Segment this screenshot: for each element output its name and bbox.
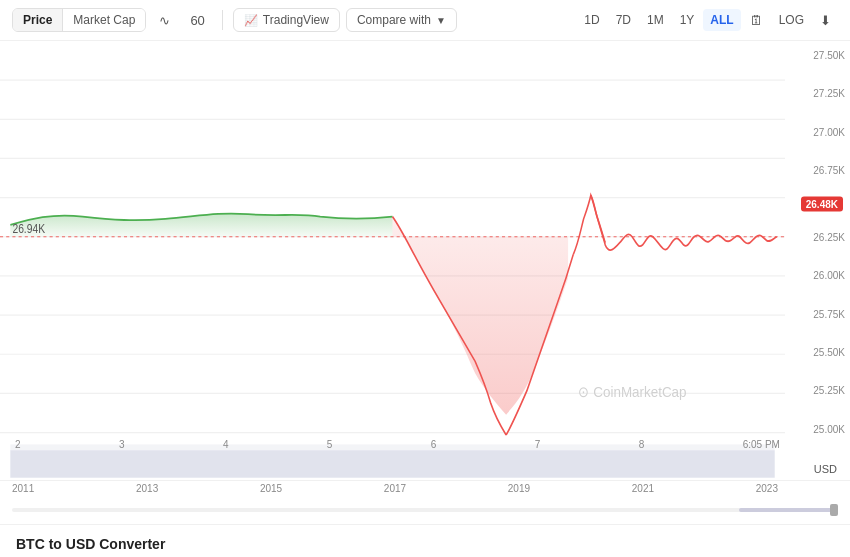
y-axis: 27.50K 27.25K 27.00K 26.75K 26.48K 26.25…: [785, 41, 850, 480]
download-icon[interactable]: ⬇: [813, 9, 838, 32]
y-label-2700: 27.00K: [785, 128, 845, 138]
tradingview-label: TradingView: [263, 13, 329, 27]
year-2015: 2015: [260, 483, 282, 494]
tradingview-button[interactable]: 📈 TradingView: [233, 8, 340, 32]
red-line-right: [591, 195, 777, 250]
x-label-4: 4: [223, 439, 229, 450]
chart-area: 26.94K ⊙ CoinMarketCap 2 3 4 5 6 7 8 6:0…: [0, 41, 785, 480]
line-chart-icon[interactable]: ∿: [152, 9, 177, 32]
compare-label: Compare with: [357, 13, 431, 27]
year-2011: 2011: [12, 483, 34, 494]
y-label-2500: 25.00K: [785, 425, 845, 435]
year-2023: 2023: [756, 483, 778, 494]
price-button[interactable]: Price: [13, 9, 63, 31]
chevron-down-icon: ▼: [436, 15, 446, 26]
usd-label: USD: [785, 463, 845, 475]
x-label-6: 6: [431, 439, 437, 450]
compare-button[interactable]: Compare with ▼: [346, 8, 457, 32]
market-cap-button[interactable]: Market Cap: [63, 9, 145, 31]
y-label-2600: 26.00K: [785, 271, 845, 281]
price-marketcap-group: Price Market Cap: [12, 8, 146, 32]
year-2021: 2021: [632, 483, 654, 494]
x-label-5: 5: [327, 439, 333, 450]
mini-nav-handle[interactable]: [830, 504, 838, 516]
converter-title: BTC to USD Converter: [16, 536, 165, 552]
time-1m[interactable]: 1M: [640, 9, 671, 31]
converter-section: BTC to USD Converter: [0, 524, 850, 557]
year-2019: 2019: [508, 483, 530, 494]
candle-count-btn[interactable]: 60: [183, 9, 211, 32]
chart-wrapper: 26.94K ⊙ CoinMarketCap 2 3 4 5 6 7 8 6:0…: [0, 41, 850, 480]
y-label-2575: 25.75K: [785, 310, 845, 320]
x-label-time: 6:05 PM: [743, 439, 780, 450]
x-axis-short: 2 3 4 5 6 7 8 6:05 PM: [10, 439, 785, 450]
x-axis-long: 2011 2013 2015 2017 2019 2021 2023: [0, 480, 850, 496]
time-1y[interactable]: 1Y: [673, 9, 702, 31]
mini-nav-bar: [12, 508, 838, 512]
volume-fill: [10, 450, 774, 477]
x-label-7: 7: [535, 439, 541, 450]
y-label-2675: 26.75K: [785, 166, 845, 176]
divider-1: [222, 10, 223, 30]
green-area: [10, 214, 392, 237]
chart-container: Price Market Cap ∿ 60 📈 TradingView Comp…: [0, 0, 850, 557]
price-chart: 26.94K ⊙ CoinMarketCap: [0, 41, 785, 480]
y-label-2750: 27.50K: [785, 51, 845, 61]
time-1d[interactable]: 1D: [577, 9, 606, 31]
y-label-2525: 25.25K: [785, 386, 845, 396]
time-7d[interactable]: 7D: [609, 9, 638, 31]
year-2017: 2017: [384, 483, 406, 494]
tradingview-chart-icon: 📈: [244, 14, 258, 27]
time-all[interactable]: ALL: [703, 9, 740, 31]
log-button[interactable]: LOG: [772, 9, 811, 31]
x-label-2: 2: [15, 439, 21, 450]
red-area-down: [393, 217, 569, 415]
red-line-peak: [573, 195, 605, 254]
mini-navigator[interactable]: [0, 496, 850, 524]
x-label-3: 3: [119, 439, 125, 450]
watermark-text: ⊙ CoinMarketCap: [578, 383, 686, 400]
y-label-2625: 26.25K: [785, 233, 845, 243]
mini-nav-fill: [739, 508, 838, 512]
calendar-icon[interactable]: 🗓: [743, 9, 770, 32]
y-label-2550: 25.50K: [785, 348, 845, 358]
start-price-label: 26.94K: [12, 223, 45, 236]
y-label-2725: 27.25K: [785, 89, 845, 99]
toolbar: Price Market Cap ∿ 60 📈 TradingView Comp…: [0, 0, 850, 41]
current-price-badge: 26.48K: [801, 197, 843, 212]
x-label-8: 8: [639, 439, 645, 450]
year-2013: 2013: [136, 483, 158, 494]
time-group: 1D 7D 1M 1Y ALL 🗓 LOG ⬇: [577, 9, 838, 32]
